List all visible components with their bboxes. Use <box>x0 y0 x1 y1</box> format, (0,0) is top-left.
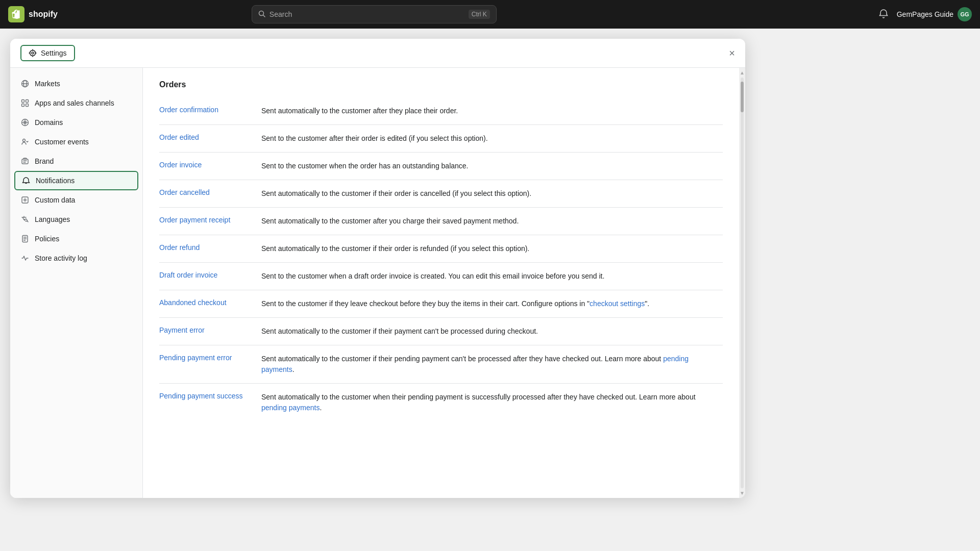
settings-title: Settings <box>41 49 67 57</box>
order-confirmation-link[interactable]: Order confirmation <box>159 106 261 114</box>
modal-close-button[interactable]: × <box>729 48 735 58</box>
sidebar-label-notifications: Notifications <box>36 177 75 185</box>
sidebar-label-store-activity-log: Store activity log <box>35 254 87 262</box>
draft-order-invoice-link[interactable]: Draft order invoice <box>159 271 261 279</box>
sidebar-label-languages: Languages <box>35 215 70 223</box>
pending-payment-error-desc: Sent automatically to the customer if th… <box>261 355 689 373</box>
order-payment-receipt-desc: Sent automatically to the customer after… <box>261 217 519 225</box>
sidebar-label-brand: Brand <box>35 157 54 165</box>
shopify-wordmark: shopify <box>29 10 58 19</box>
main-content: Orders Order confirmation Sent automatic… <box>143 68 739 498</box>
checkout-settings-link[interactable]: checkout settings <box>590 299 645 308</box>
settings-icon <box>29 49 37 57</box>
modal-header: Settings × <box>10 39 745 68</box>
search-shortcut: Ctrl K <box>469 10 490 19</box>
page-background: Settings × Markets <box>0 29 980 551</box>
settings-tab[interactable]: Settings <box>20 45 75 61</box>
svg-rect-9 <box>26 104 29 107</box>
table-row: Pending payment error Sent automatically… <box>159 345 723 384</box>
search-placeholder: Search <box>270 10 292 18</box>
sidebar-label-domains: Domains <box>35 118 63 127</box>
orders-section-title: Orders <box>159 80 723 89</box>
table-row: Order refund Sent automatically to the c… <box>159 235 723 263</box>
draft-order-invoice-desc: Sent to the customer when a draft order … <box>261 272 604 280</box>
gempages-label: GemPages Guide <box>897 10 953 18</box>
settings-sidebar: Markets Apps and sales channels <box>10 68 143 498</box>
abandoned-checkout-desc: Sent to the customer if they leave check… <box>261 299 649 308</box>
sidebar-item-markets[interactable]: Markets <box>10 74 142 93</box>
grid-icon <box>20 98 30 108</box>
topbar: shopify Search Ctrl K GemPages Guide GG <box>0 0 980 29</box>
order-payment-receipt-link[interactable]: Order payment receipt <box>159 216 261 224</box>
svg-point-11 <box>23 139 26 142</box>
sidebar-label-apps-sales-channels: Apps and sales channels <box>35 99 114 107</box>
pending-payment-error-link[interactable]: Pending payment error <box>159 354 261 362</box>
settings-modal: Settings × Markets <box>10 39 745 498</box>
user-avatar: GG <box>958 7 972 21</box>
sidebar-label-customer-events: Customer events <box>35 138 89 146</box>
sidebar-item-domains[interactable]: Domains <box>10 113 142 132</box>
bell-icon <box>21 176 31 185</box>
sidebar-item-brand[interactable]: Brand <box>10 152 142 171</box>
sidebar-item-apps-sales-channels[interactable]: Apps and sales channels <box>10 93 142 113</box>
shopify-icon <box>8 6 24 22</box>
order-invoice-link[interactable]: Order invoice <box>159 161 261 169</box>
order-cancelled-desc: Sent automatically to the customer if th… <box>261 189 531 197</box>
notifications-bell-button[interactable] <box>876 7 891 22</box>
settings-body: Markets Apps and sales channels <box>10 68 745 498</box>
sidebar-item-notifications[interactable]: Notifications <box>14 171 138 190</box>
custom-data-icon <box>20 195 30 205</box>
domain-icon <box>20 118 30 127</box>
abandoned-checkout-link[interactable]: Abandoned checkout <box>159 298 261 307</box>
scroll-up-arrow[interactable]: ▲ <box>740 70 745 76</box>
table-row: Abandoned checkout Sent to the customer … <box>159 290 723 318</box>
sidebar-item-languages[interactable]: Languages <box>10 210 142 229</box>
order-refund-link[interactable]: Order refund <box>159 243 261 252</box>
notifications-table: Order confirmation Sent automatically to… <box>159 97 723 421</box>
activity-icon <box>20 254 30 263</box>
payment-error-desc: Sent automatically to the customer if th… <box>261 327 538 335</box>
policies-icon <box>20 234 30 243</box>
table-row: Payment error Sent automatically to the … <box>159 318 723 345</box>
sidebar-item-store-activity-log[interactable]: Store activity log <box>10 248 142 268</box>
svg-rect-6 <box>22 100 24 103</box>
topbar-right: GemPages Guide GG <box>876 7 972 22</box>
order-edited-desc: Sent to the customer after their order i… <box>261 134 488 142</box>
gempages-guide-button[interactable]: GemPages Guide GG <box>897 7 972 21</box>
table-row: Pending payment success Sent automatical… <box>159 384 723 422</box>
table-row: Order payment receipt Sent automatically… <box>159 208 723 235</box>
sidebar-label-policies: Policies <box>35 235 59 243</box>
table-row: Order edited Sent to the customer after … <box>159 125 723 153</box>
table-row: Draft order invoice Sent to the customer… <box>159 263 723 290</box>
pending-payments-link-1[interactable]: pending payments <box>261 355 689 373</box>
table-row: Order confirmation Sent automatically to… <box>159 97 723 125</box>
table-row: Order invoice Sent to the customer when … <box>159 153 723 180</box>
languages-icon <box>20 215 30 224</box>
pending-payment-success-link[interactable]: Pending payment success <box>159 392 261 400</box>
svg-rect-12 <box>22 159 28 164</box>
sidebar-item-custom-data[interactable]: Custom data <box>10 190 142 210</box>
table-row: Order cancelled Sent automatically to th… <box>159 180 723 208</box>
shopify-logo: shopify <box>8 6 58 22</box>
sidebar-item-policies[interactable]: Policies <box>10 229 142 248</box>
search-icon <box>258 10 265 19</box>
pending-payment-success-desc: Sent automatically to the customer when … <box>261 393 696 412</box>
sidebar-item-customer-events[interactable]: Customer events <box>10 132 142 152</box>
order-refund-desc: Sent automatically to the customer if th… <box>261 244 529 253</box>
order-edited-link[interactable]: Order edited <box>159 133 261 141</box>
order-invoice-desc: Sent to the customer when the order has … <box>261 162 469 170</box>
globe-icon <box>20 79 30 88</box>
right-scrollbar[interactable]: ▲ ▼ <box>739 68 745 498</box>
scroll-down-arrow[interactable]: ▼ <box>740 490 745 496</box>
sidebar-label-markets: Markets <box>35 80 60 88</box>
scrollbar-thumb[interactable] <box>741 82 744 112</box>
customer-events-icon <box>20 137 30 146</box>
brand-icon <box>20 157 30 166</box>
order-confirmation-desc: Sent automatically to the customer after… <box>261 107 458 115</box>
order-cancelled-link[interactable]: Order cancelled <box>159 188 261 196</box>
search-bar[interactable]: Search Ctrl K <box>252 5 497 23</box>
pending-payments-link-2[interactable]: pending payments <box>261 404 320 412</box>
payment-error-link[interactable]: Payment error <box>159 326 261 334</box>
svg-line-2 <box>263 15 265 17</box>
sidebar-label-custom-data: Custom data <box>35 196 75 204</box>
